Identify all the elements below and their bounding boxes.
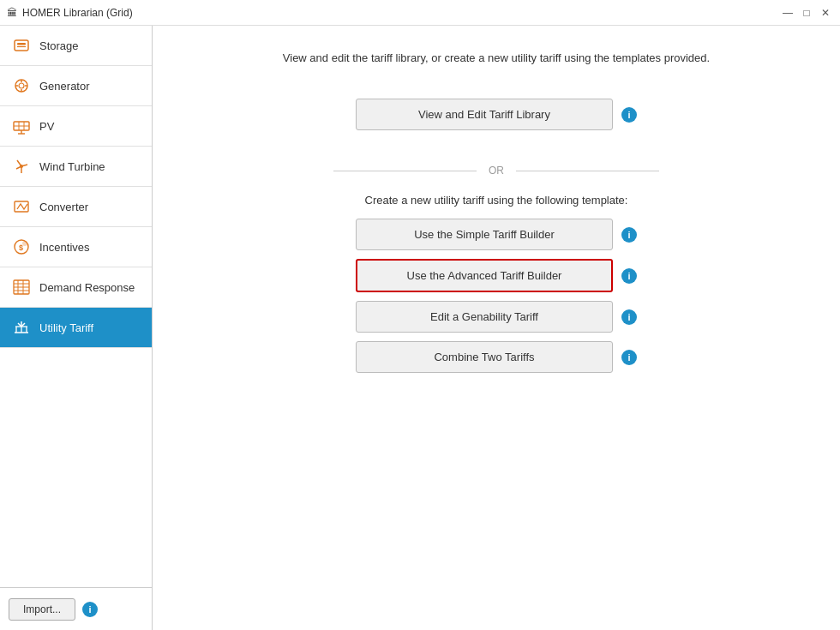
- sidebar-item-storage[interactable]: Storage: [0, 26, 152, 66]
- pv-icon: [12, 117, 31, 135]
- import-button[interactable]: Import...: [9, 598, 75, 621]
- svg-rect-0: [15, 40, 28, 51]
- title-bar-left: 🏛 HOMER Librarian (Grid): [7, 7, 133, 19]
- page-description: View and edit the tariff library, or cre…: [283, 51, 710, 64]
- sidebar-item-pv[interactable]: PV: [0, 106, 152, 147]
- sidebar-label-incentives: Incentives: [39, 241, 90, 254]
- advanced-tariff-row: Use the Advanced Tariff Builder i: [356, 259, 637, 292]
- view-edit-info-icon[interactable]: i: [621, 107, 637, 123]
- minimize-button[interactable]: —: [780, 5, 795, 21]
- simple-tariff-info-icon[interactable]: i: [621, 227, 637, 243]
- genability-tariff-info-icon[interactable]: i: [621, 309, 637, 325]
- utility-icon: [12, 318, 31, 337]
- sidebar-label-utility-tariff: Utility Tariff: [39, 321, 93, 334]
- sidebar-label-converter: Converter: [39, 201, 88, 213]
- or-text: OR: [477, 165, 516, 177]
- sidebar-label-generator: Generator: [39, 80, 90, 93]
- sidebar: Storage Generator PV: [0, 26, 153, 630]
- svg-text:$: $: [19, 243, 23, 252]
- or-line-right: [516, 171, 659, 171]
- close-button[interactable]: ✕: [818, 5, 833, 21]
- sidebar-label-pv: PV: [39, 120, 54, 133]
- incentives-icon: $: [12, 237, 31, 256]
- combine-tariffs-row: Combine Two Tariffs i: [356, 341, 637, 373]
- demand-icon: [12, 278, 31, 297]
- advanced-tariff-info-icon[interactable]: i: [621, 268, 637, 284]
- or-line-left: [333, 171, 477, 171]
- advanced-tariff-button[interactable]: Use the Advanced Tariff Builder: [356, 259, 613, 292]
- import-info-icon[interactable]: i: [82, 602, 98, 617]
- svg-rect-1: [17, 43, 26, 45]
- maximize-button[interactable]: □: [799, 5, 814, 21]
- sidebar-item-generator[interactable]: Generator: [0, 66, 152, 106]
- sidebar-item-wind-turbine[interactable]: Wind Turbine: [0, 147, 152, 187]
- sidebar-item-converter[interactable]: Converter: [0, 187, 152, 227]
- view-edit-button[interactable]: View and Edit Tariff Library: [356, 99, 613, 130]
- sidebar-label-storage: Storage: [39, 39, 79, 52]
- sidebar-label-demand-response: Demand Response: [39, 281, 135, 294]
- create-label: Create a new utility tariff using the fo…: [365, 194, 628, 207]
- generator-icon: [12, 76, 31, 95]
- title-bar-controls[interactable]: — □ ✕: [780, 5, 833, 21]
- wind-icon: [12, 157, 31, 176]
- simple-tariff-row: Use the Simple Tariff Builder i: [356, 219, 637, 250]
- converter-icon: [12, 197, 31, 216]
- svg-point-4: [19, 83, 24, 88]
- sidebar-item-utility-tariff[interactable]: Utility Tariff: [0, 308, 152, 348]
- svg-point-20: [22, 241, 27, 246]
- sidebar-item-demand-response[interactable]: Demand Response: [0, 267, 152, 308]
- svg-point-16: [20, 165, 23, 168]
- genability-tariff-button[interactable]: Edit a Genability Tariff: [356, 301, 613, 333]
- sidebar-item-incentives[interactable]: $ Incentives: [0, 227, 152, 267]
- or-divider: OR: [333, 165, 659, 177]
- bottom-bar: Import... i: [0, 587, 152, 630]
- simple-tariff-button[interactable]: Use the Simple Tariff Builder: [356, 219, 613, 250]
- genability-tariff-row: Edit a Genability Tariff i: [356, 301, 637, 333]
- app-title: HOMER Librarian (Grid): [22, 7, 133, 19]
- view-edit-row: View and Edit Tariff Library i: [356, 99, 637, 130]
- main-content: View and edit the tariff library, or cre…: [153, 26, 840, 630]
- combine-tariffs-button[interactable]: Combine Two Tariffs: [356, 341, 613, 373]
- storage-icon: [12, 36, 31, 55]
- app-body: Storage Generator PV: [0, 26, 840, 630]
- app-icon: 🏛: [7, 7, 17, 19]
- sidebar-label-wind-turbine: Wind Turbine: [39, 160, 105, 173]
- combine-tariffs-info-icon[interactable]: i: [621, 350, 637, 365]
- title-bar: 🏛 HOMER Librarian (Grid) — □ ✕: [0, 0, 840, 26]
